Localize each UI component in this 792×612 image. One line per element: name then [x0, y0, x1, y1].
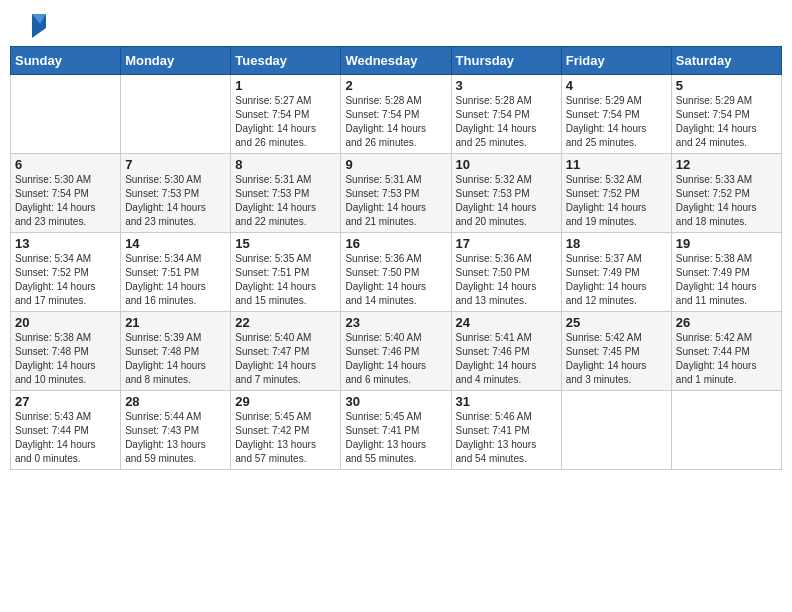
day-number: 27 — [15, 394, 116, 409]
day-info: Sunrise: 5:30 AM Sunset: 7:54 PM Dayligh… — [15, 173, 116, 229]
day-number: 30 — [345, 394, 446, 409]
weekday-header-wednesday: Wednesday — [341, 47, 451, 75]
day-number: 22 — [235, 315, 336, 330]
day-info: Sunrise: 5:45 AM Sunset: 7:41 PM Dayligh… — [345, 410, 446, 466]
calendar-cell: 28Sunrise: 5:44 AM Sunset: 7:43 PM Dayli… — [121, 391, 231, 470]
day-info: Sunrise: 5:33 AM Sunset: 7:52 PM Dayligh… — [676, 173, 777, 229]
day-info: Sunrise: 5:34 AM Sunset: 7:52 PM Dayligh… — [15, 252, 116, 308]
calendar-cell: 31Sunrise: 5:46 AM Sunset: 7:41 PM Dayli… — [451, 391, 561, 470]
day-info: Sunrise: 5:29 AM Sunset: 7:54 PM Dayligh… — [676, 94, 777, 150]
day-number: 11 — [566, 157, 667, 172]
calendar-cell: 20Sunrise: 5:38 AM Sunset: 7:48 PM Dayli… — [11, 312, 121, 391]
calendar-cell: 26Sunrise: 5:42 AM Sunset: 7:44 PM Dayli… — [671, 312, 781, 391]
week-row-2: 6Sunrise: 5:30 AM Sunset: 7:54 PM Daylig… — [11, 154, 782, 233]
day-info: Sunrise: 5:30 AM Sunset: 7:53 PM Dayligh… — [125, 173, 226, 229]
logo-icon — [14, 10, 46, 38]
day-number: 20 — [15, 315, 116, 330]
calendar-cell: 10Sunrise: 5:32 AM Sunset: 7:53 PM Dayli… — [451, 154, 561, 233]
weekday-header-friday: Friday — [561, 47, 671, 75]
day-number: 23 — [345, 315, 446, 330]
day-number: 29 — [235, 394, 336, 409]
day-info: Sunrise: 5:29 AM Sunset: 7:54 PM Dayligh… — [566, 94, 667, 150]
weekday-header-monday: Monday — [121, 47, 231, 75]
calendar-cell: 29Sunrise: 5:45 AM Sunset: 7:42 PM Dayli… — [231, 391, 341, 470]
day-number: 26 — [676, 315, 777, 330]
day-number: 4 — [566, 78, 667, 93]
calendar-cell: 22Sunrise: 5:40 AM Sunset: 7:47 PM Dayli… — [231, 312, 341, 391]
day-info: Sunrise: 5:39 AM Sunset: 7:48 PM Dayligh… — [125, 331, 226, 387]
day-number: 13 — [15, 236, 116, 251]
calendar-cell: 14Sunrise: 5:34 AM Sunset: 7:51 PM Dayli… — [121, 233, 231, 312]
day-info: Sunrise: 5:36 AM Sunset: 7:50 PM Dayligh… — [345, 252, 446, 308]
calendar-cell: 11Sunrise: 5:32 AM Sunset: 7:52 PM Dayli… — [561, 154, 671, 233]
day-info: Sunrise: 5:27 AM Sunset: 7:54 PM Dayligh… — [235, 94, 336, 150]
day-info: Sunrise: 5:45 AM Sunset: 7:42 PM Dayligh… — [235, 410, 336, 466]
calendar-cell: 1Sunrise: 5:27 AM Sunset: 7:54 PM Daylig… — [231, 75, 341, 154]
day-info: Sunrise: 5:41 AM Sunset: 7:46 PM Dayligh… — [456, 331, 557, 387]
week-row-1: 1Sunrise: 5:27 AM Sunset: 7:54 PM Daylig… — [11, 75, 782, 154]
day-number: 10 — [456, 157, 557, 172]
day-info: Sunrise: 5:40 AM Sunset: 7:47 PM Dayligh… — [235, 331, 336, 387]
logo — [14, 10, 48, 38]
weekday-header-tuesday: Tuesday — [231, 47, 341, 75]
weekday-header-sunday: Sunday — [11, 47, 121, 75]
calendar-cell: 25Sunrise: 5:42 AM Sunset: 7:45 PM Dayli… — [561, 312, 671, 391]
calendar-cell: 30Sunrise: 5:45 AM Sunset: 7:41 PM Dayli… — [341, 391, 451, 470]
day-info: Sunrise: 5:44 AM Sunset: 7:43 PM Dayligh… — [125, 410, 226, 466]
week-row-5: 27Sunrise: 5:43 AM Sunset: 7:44 PM Dayli… — [11, 391, 782, 470]
day-number: 16 — [345, 236, 446, 251]
day-info: Sunrise: 5:35 AM Sunset: 7:51 PM Dayligh… — [235, 252, 336, 308]
calendar-cell — [561, 391, 671, 470]
day-number: 17 — [456, 236, 557, 251]
day-info: Sunrise: 5:46 AM Sunset: 7:41 PM Dayligh… — [456, 410, 557, 466]
day-info: Sunrise: 5:31 AM Sunset: 7:53 PM Dayligh… — [235, 173, 336, 229]
day-number: 2 — [345, 78, 446, 93]
day-number: 28 — [125, 394, 226, 409]
day-number: 25 — [566, 315, 667, 330]
header — [10, 10, 782, 38]
day-number: 3 — [456, 78, 557, 93]
day-number: 1 — [235, 78, 336, 93]
day-info: Sunrise: 5:32 AM Sunset: 7:53 PM Dayligh… — [456, 173, 557, 229]
calendar-cell: 18Sunrise: 5:37 AM Sunset: 7:49 PM Dayli… — [561, 233, 671, 312]
day-number: 9 — [345, 157, 446, 172]
day-number: 12 — [676, 157, 777, 172]
calendar-cell — [121, 75, 231, 154]
day-number: 31 — [456, 394, 557, 409]
day-info: Sunrise: 5:42 AM Sunset: 7:44 PM Dayligh… — [676, 331, 777, 387]
calendar-cell: 6Sunrise: 5:30 AM Sunset: 7:54 PM Daylig… — [11, 154, 121, 233]
calendar-cell: 17Sunrise: 5:36 AM Sunset: 7:50 PM Dayli… — [451, 233, 561, 312]
day-info: Sunrise: 5:34 AM Sunset: 7:51 PM Dayligh… — [125, 252, 226, 308]
day-number: 6 — [15, 157, 116, 172]
day-number: 14 — [125, 236, 226, 251]
calendar-cell: 7Sunrise: 5:30 AM Sunset: 7:53 PM Daylig… — [121, 154, 231, 233]
calendar-cell: 16Sunrise: 5:36 AM Sunset: 7:50 PM Dayli… — [341, 233, 451, 312]
calendar-cell: 21Sunrise: 5:39 AM Sunset: 7:48 PM Dayli… — [121, 312, 231, 391]
day-number: 8 — [235, 157, 336, 172]
calendar-cell: 24Sunrise: 5:41 AM Sunset: 7:46 PM Dayli… — [451, 312, 561, 391]
day-number: 24 — [456, 315, 557, 330]
day-info: Sunrise: 5:28 AM Sunset: 7:54 PM Dayligh… — [345, 94, 446, 150]
calendar-cell: 19Sunrise: 5:38 AM Sunset: 7:49 PM Dayli… — [671, 233, 781, 312]
week-row-3: 13Sunrise: 5:34 AM Sunset: 7:52 PM Dayli… — [11, 233, 782, 312]
calendar-cell: 12Sunrise: 5:33 AM Sunset: 7:52 PM Dayli… — [671, 154, 781, 233]
day-info: Sunrise: 5:28 AM Sunset: 7:54 PM Dayligh… — [456, 94, 557, 150]
day-number: 15 — [235, 236, 336, 251]
calendar-cell: 8Sunrise: 5:31 AM Sunset: 7:53 PM Daylig… — [231, 154, 341, 233]
calendar-cell: 9Sunrise: 5:31 AM Sunset: 7:53 PM Daylig… — [341, 154, 451, 233]
calendar-cell: 27Sunrise: 5:43 AM Sunset: 7:44 PM Dayli… — [11, 391, 121, 470]
weekday-header-saturday: Saturday — [671, 47, 781, 75]
calendar-cell: 23Sunrise: 5:40 AM Sunset: 7:46 PM Dayli… — [341, 312, 451, 391]
day-info: Sunrise: 5:31 AM Sunset: 7:53 PM Dayligh… — [345, 173, 446, 229]
day-info: Sunrise: 5:43 AM Sunset: 7:44 PM Dayligh… — [15, 410, 116, 466]
day-info: Sunrise: 5:40 AM Sunset: 7:46 PM Dayligh… — [345, 331, 446, 387]
week-row-4: 20Sunrise: 5:38 AM Sunset: 7:48 PM Dayli… — [11, 312, 782, 391]
day-info: Sunrise: 5:38 AM Sunset: 7:48 PM Dayligh… — [15, 331, 116, 387]
day-info: Sunrise: 5:36 AM Sunset: 7:50 PM Dayligh… — [456, 252, 557, 308]
day-number: 19 — [676, 236, 777, 251]
weekday-header-row: SundayMondayTuesdayWednesdayThursdayFrid… — [11, 47, 782, 75]
weekday-header-thursday: Thursday — [451, 47, 561, 75]
page: SundayMondayTuesdayWednesdayThursdayFrid… — [0, 0, 792, 612]
calendar-cell: 2Sunrise: 5:28 AM Sunset: 7:54 PM Daylig… — [341, 75, 451, 154]
calendar-cell: 13Sunrise: 5:34 AM Sunset: 7:52 PM Dayli… — [11, 233, 121, 312]
